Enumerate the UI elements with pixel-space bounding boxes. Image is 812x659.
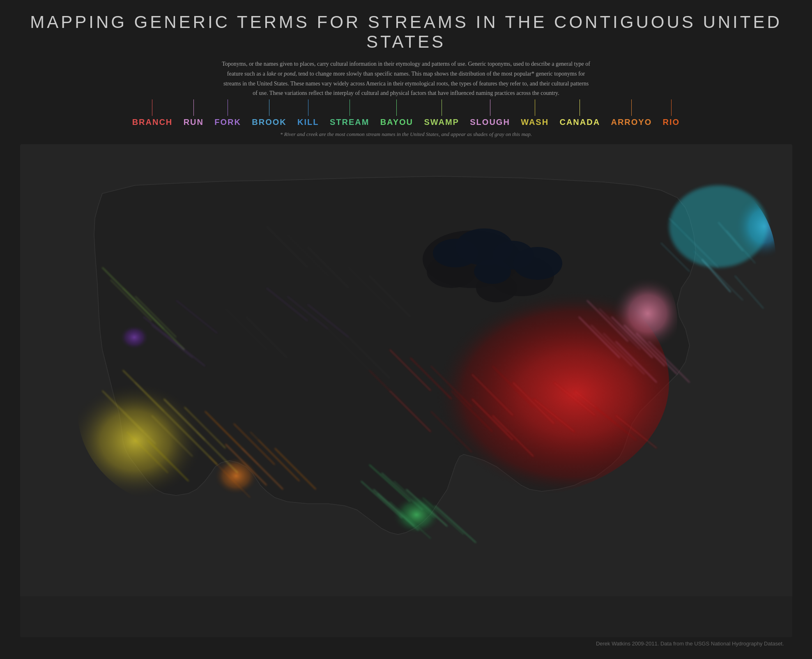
legend-line-brook [269, 99, 269, 116]
legend-item-slough: SLOUGH [470, 99, 510, 127]
legend-label-branch: BRANCH [132, 118, 173, 127]
legend-label-wash: WASH [521, 118, 549, 127]
legend-line-canada [580, 99, 580, 116]
svg-point-12 [197, 399, 320, 506]
legend-container: BRANCH RUN FORK BROOK KILL STREAM [119, 106, 694, 127]
legend-label-brook: BROOK [252, 118, 286, 127]
svg-point-108 [474, 259, 511, 284]
legend-label-canada: CANADA [559, 118, 600, 127]
legend-line-arroyo [631, 99, 632, 116]
svg-rect-109 [20, 596, 792, 637]
attribution-text: Derek Watkins 2009-2011. Data from the U… [20, 641, 792, 647]
map-container [20, 144, 792, 637]
legend-item-fork: FORK [214, 99, 241, 127]
map-svg [20, 144, 792, 637]
legend-item-branch: BRANCH [132, 99, 173, 127]
legend-line-swamp [442, 99, 442, 116]
legend-item-canada: CANADA [559, 99, 600, 127]
legend-line-wash [535, 99, 535, 116]
footnote-text: * River and creek are the most common st… [280, 131, 532, 138]
legend-line-bayou [396, 99, 397, 116]
legend-item-wash: WASH [521, 99, 549, 127]
legend-lines: BRANCH RUN FORK BROOK KILL STREAM [119, 106, 694, 127]
legend-item-run: RUN [184, 99, 204, 127]
legend-label-rio: RIO [663, 118, 680, 127]
legend-line-fork [228, 99, 228, 116]
svg-point-11 [349, 436, 472, 535]
svg-point-107 [513, 247, 562, 280]
legend-line-kill [308, 99, 308, 116]
legend-label-stream: STREAM [330, 118, 369, 127]
legend-item-stream: STREAM [330, 99, 369, 127]
legend-item-bayou: BAYOU [380, 99, 413, 127]
legend-item-rio: RIO [663, 99, 680, 127]
legend-item-arroyo: ARROYO [611, 99, 652, 127]
legend-line-branch [152, 99, 152, 116]
svg-point-9 [669, 185, 768, 267]
legend-item-brook: BROOK [252, 99, 286, 127]
legend-label-fork: FORK [214, 118, 241, 127]
legend-line-rio [671, 99, 672, 116]
legend-line-run [193, 99, 194, 116]
legend-label-slough: SLOUGH [470, 118, 510, 127]
subtitle-paragraph: Toponyms, or the names given to places, … [221, 59, 591, 98]
legend-label-bayou: BAYOU [380, 118, 413, 127]
svg-point-13 [115, 300, 213, 382]
page-title: MAPPING GENERIC TERMS FOR STREAMS IN THE… [8, 12, 804, 52]
legend-line-stream [350, 99, 350, 116]
legend-item-kill: KILL [297, 99, 319, 127]
page-container: MAPPING GENERIC TERMS FOR STREAMS IN THE… [0, 0, 812, 659]
legend-label-run: RUN [184, 118, 204, 127]
legend-item-swamp: SWAMP [424, 99, 459, 127]
legend-label-arroyo: ARROYO [611, 118, 652, 127]
legend-label-swamp: SWAMP [424, 118, 459, 127]
legend-label-kill: KILL [297, 118, 319, 127]
legend-line-slough [490, 99, 490, 116]
